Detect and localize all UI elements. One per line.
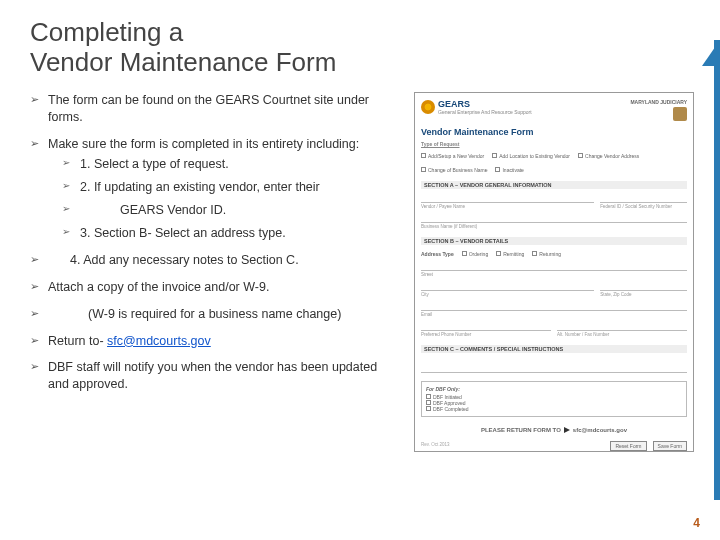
bullet-item: The form can be found on the GEARS Court… bbox=[30, 92, 400, 126]
form-preview-column: GEARS General Enterprise And Resource Su… bbox=[414, 92, 694, 452]
dbf-label: For DBF Only: bbox=[426, 386, 682, 392]
addr-opt: Returning bbox=[539, 251, 561, 257]
form-org: MARYLAND JUDICIARY bbox=[630, 99, 687, 105]
arrow-icon bbox=[564, 427, 570, 433]
sub-bullet: 3. Section B- Select an address type. bbox=[48, 225, 400, 242]
field-label: Vendor / Payee Name bbox=[421, 204, 594, 209]
return-line: PLEASE RETURN FORM TO sfc@mdcourts.gov bbox=[421, 427, 687, 433]
email-link[interactable]: sfc@mdcourts.gov bbox=[107, 334, 211, 348]
sub-bullet: GEARS Vendor ID. bbox=[48, 202, 400, 219]
bullet-column: The form can be found on the GEARS Court… bbox=[30, 92, 400, 452]
form-title: Vendor Maintenance Form bbox=[421, 127, 687, 137]
addr-type-label: Address Type bbox=[421, 251, 454, 257]
bullet-cont: (W-9 is required for a business name cha… bbox=[48, 306, 400, 323]
field-label: Federal ID / Social Security Number bbox=[600, 204, 687, 209]
req-opt: Change of Business Name bbox=[428, 167, 487, 173]
section-a-header: SECTION A – VENDOR GENERAL INFORMATION bbox=[421, 181, 687, 189]
content-row: The form can be found on the GEARS Court… bbox=[30, 92, 690, 452]
field-label: Business Name (if Different) bbox=[421, 224, 687, 229]
dbf-box: For DBF Only: DBF Initiated DBF Approved… bbox=[421, 381, 687, 417]
save-button: Save Form bbox=[653, 441, 687, 451]
field-label: Alt. Number / Fax Number bbox=[557, 332, 687, 337]
revision-label: Rev. Oct 2013 bbox=[421, 442, 449, 447]
vendor-form-preview: GEARS General Enterprise And Resource Su… bbox=[414, 92, 694, 452]
bullet-item: 4. Add any necessary notes to Section C. bbox=[30, 252, 400, 269]
sub-bullet: 1. Select a type of request. bbox=[48, 156, 400, 173]
form-brand-sub: General Enterprise And Resource Support bbox=[438, 109, 532, 115]
sub-bullet-cont: GEARS Vendor ID. bbox=[80, 202, 400, 219]
bullet-item: Make sure the form is completed in its e… bbox=[30, 136, 400, 242]
sub-bullet: 2. If updating an existing vendor, enter… bbox=[48, 179, 400, 196]
req-opt: Add Location to Existing Vendor bbox=[499, 153, 570, 159]
bullet-item: Attach a copy of the invoice and/or W-9. bbox=[30, 279, 400, 296]
form-brand: GEARS bbox=[438, 99, 532, 109]
addr-opt: Remitting bbox=[503, 251, 524, 257]
field-label: Preferred Phone Number bbox=[421, 332, 551, 337]
field-label: State, Zip Code bbox=[600, 292, 687, 297]
seal-icon bbox=[673, 107, 687, 121]
bullet-item: Return to- sfc@mdcourts.gov bbox=[30, 333, 400, 350]
req-opt: Inactivate bbox=[502, 167, 523, 173]
section-b-header: SECTION B – VENDOR DETAILS bbox=[421, 237, 687, 245]
gears-logo-icon bbox=[421, 100, 435, 114]
dbf-opt: DBF Completed bbox=[433, 406, 469, 412]
addr-opt: Ordering bbox=[469, 251, 488, 257]
slide-title: Completing a Vendor Maintenance Form bbox=[30, 18, 690, 78]
slide: Completing a Vendor Maintenance Form The… bbox=[0, 0, 720, 540]
page-number: 4 bbox=[693, 516, 700, 530]
sub-bullet: 4. Add any necessary notes to Section C. bbox=[48, 252, 400, 269]
field-label: City bbox=[421, 292, 594, 297]
section-c-header: SECTION C – COMMENTS / SPECIAL INSTRUCTI… bbox=[421, 345, 687, 353]
reset-button: Reset Form bbox=[610, 441, 646, 451]
form-type-label: Type of Request bbox=[421, 141, 687, 147]
req-opt: Change Vendor Address bbox=[585, 153, 639, 159]
bullet-text: Return to- bbox=[48, 334, 107, 348]
bullet-text: Make sure the form is completed in its e… bbox=[48, 137, 359, 151]
bullet-item: (W-9 is required for a business name cha… bbox=[30, 306, 400, 323]
bullet-item: DBF staff will notify you when the vendo… bbox=[30, 359, 400, 393]
req-opt: Add/Setup a New Vendor bbox=[428, 153, 484, 159]
